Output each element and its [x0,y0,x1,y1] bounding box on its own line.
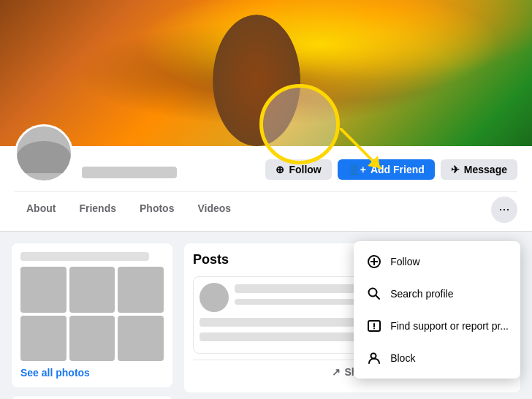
message-button[interactable]: ✈ Message [441,159,517,180]
post-author-avatar [200,283,229,312]
search-option-icon [365,285,383,303]
left-column: See all photos [12,243,172,399]
tab-photos[interactable]: Photos [128,195,186,224]
follow-button[interactable]: ⊕ Follow [265,159,331,180]
avatar [15,124,73,183]
cover-photo [0,0,532,146]
svg-point-9 [373,328,375,330]
profile-header: ⊕ Follow 👤+ Add Friend ✈ Message [15,146,517,191]
report-option-icon [365,317,383,335]
tab-about[interactable]: About [15,195,67,224]
dropdown-search-option[interactable]: Search profile [354,278,520,310]
svg-line-6 [376,296,380,300]
dropdown-menu: Follow Search profile Find support or re… [354,241,520,379]
profile-actions: ⊕ Follow 👤+ Add Friend ✈ Message [265,159,517,183]
follow-plus-icon: ⊕ [276,164,284,175]
photo-thumb-6[interactable] [118,316,164,362]
report-option-label: Find support or report pr... [390,320,509,332]
add-friend-button[interactable]: 👤+ Add Friend [338,159,435,180]
dropdown-report-option[interactable]: Find support or report pr... [354,310,520,342]
name-blur [82,167,177,178]
more-dots-icon: ··· [498,202,509,217]
more-options-button[interactable]: ··· [491,197,517,223]
photos-header-blur [20,252,149,261]
share-icon: ↗ [332,366,341,378]
add-friend-icon: 👤+ [348,164,366,175]
add-friend-label: Add Friend [370,164,425,175]
profile-nav: About Friends Photos Videos ··· [15,191,517,224]
photos-grid [20,267,164,361]
photo-thumb-3[interactable] [118,267,164,313]
dropdown-follow-option[interactable]: Follow [354,246,520,278]
block-option-icon [365,349,383,367]
profile-name [82,167,265,183]
profile-section: ⊕ Follow 👤+ Add Friend ✈ Message About F… [0,146,532,232]
photo-thumb-2[interactable] [69,267,115,313]
photo-thumb-1[interactable] [20,267,66,313]
search-option-label: Search profile [390,288,453,300]
follow-option-icon [365,253,383,270]
photo-thumb-4[interactable] [20,316,66,362]
svg-point-10 [371,354,376,359]
follow-option-label: Follow [390,256,419,267]
message-label: Message [464,164,507,175]
tab-friends[interactable]: Friends [67,195,128,224]
photos-section: See all photos [12,243,172,387]
follow-button-label: Follow [289,164,321,175]
photo-thumb-5[interactable] [69,316,115,362]
left-extra-section [12,396,172,399]
tab-videos[interactable]: Videos [186,195,243,224]
see-all-photos-link[interactable]: See all photos [20,367,164,379]
block-option-label: Block [390,352,415,364]
dropdown-block-option[interactable]: Block [354,342,520,374]
message-icon: ✈ [451,164,460,175]
